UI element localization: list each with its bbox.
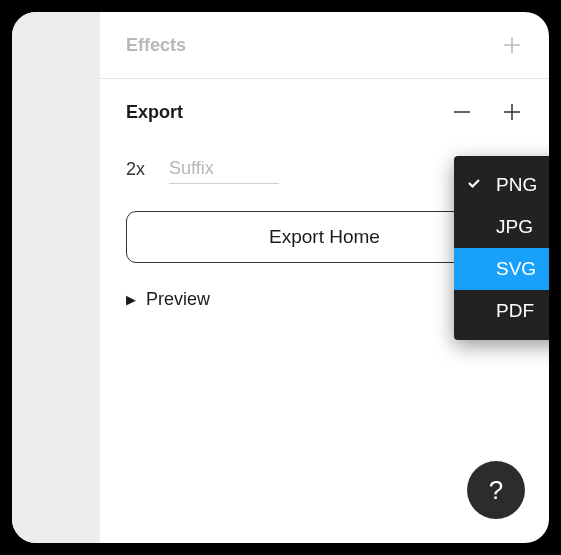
dropdown-item-label: SVG [496,258,536,280]
export-suffix-input[interactable] [169,154,279,184]
dropdown-item-svg[interactable]: SVG [454,248,549,290]
dropdown-item-png[interactable]: PNG [454,164,549,206]
check-icon [466,174,482,196]
properties-panel-window: Effects Export [12,12,549,543]
disclosure-triangle-icon: ▶ [126,292,136,307]
add-export-button[interactable] [501,101,523,123]
dropdown-item-label: JPG [496,216,533,238]
format-dropdown: PNG JPG SVG PDF [454,156,549,340]
effects-header: Effects [126,12,523,78]
export-header: Export [100,79,549,145]
plus-icon [502,102,522,122]
dropdown-item-label: PNG [496,174,537,196]
dropdown-item-pdf[interactable]: PDF [454,290,549,332]
dropdown-item-jpg[interactable]: JPG [454,206,549,248]
export-actions [451,101,523,123]
help-button[interactable]: ? [467,461,525,519]
effects-actions [501,34,523,56]
right-panel: Effects Export [100,12,549,543]
export-scale[interactable]: 2x [126,159,145,180]
preview-label: Preview [146,289,210,310]
left-sidebar [12,12,100,543]
effects-section: Effects [100,12,549,79]
effects-title: Effects [126,35,186,56]
dropdown-item-label: PDF [496,300,534,322]
minus-icon [452,102,472,122]
remove-export-button[interactable] [451,101,473,123]
export-title: Export [126,102,183,123]
add-effect-button[interactable] [501,34,523,56]
plus-icon [502,35,522,55]
help-icon: ? [489,475,503,506]
